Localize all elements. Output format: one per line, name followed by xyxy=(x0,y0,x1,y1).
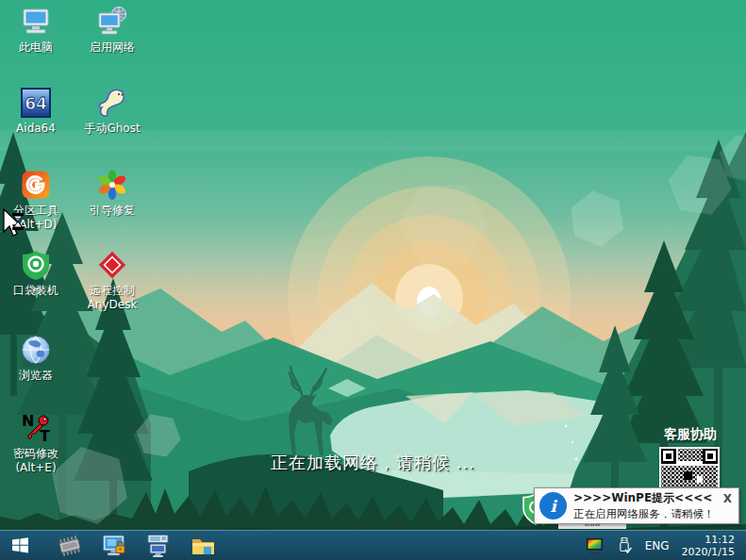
start-button[interactable] xyxy=(0,531,40,560)
support-qr-code xyxy=(659,447,720,488)
taskbar-file-explorer-button[interactable] xyxy=(189,532,217,560)
svg-text:N: N xyxy=(22,412,34,430)
svg-text:T: T xyxy=(40,427,50,444)
pinwheel-icon xyxy=(96,169,128,201)
folder-icon xyxy=(191,535,216,557)
monitor-lock-icon xyxy=(102,534,127,558)
taskbar-input-tool-button[interactable] xyxy=(144,532,173,560)
winpe-desktop: 此电脑 启用网络 64 Aida64 手动Ghost 分区工具 (Alt+D) … xyxy=(0,0,746,560)
icon-label: 手动Ghost xyxy=(84,122,140,136)
nt-password-key-icon: NT xyxy=(20,412,52,444)
desktop-icon-partition-tool[interactable]: 分区工具 (Alt+D) xyxy=(0,169,72,232)
icon-label-2: AnyDesk xyxy=(88,298,138,312)
usb-eject-icon xyxy=(617,536,633,555)
memory-chip-icon xyxy=(57,535,83,557)
windows-logo-icon xyxy=(11,536,29,554)
svg-text:64: 64 xyxy=(25,94,47,113)
tray-time: 11:12 xyxy=(682,534,735,546)
icon-label-2: (Alt+D) xyxy=(15,218,58,232)
monitor-keyboard-icon xyxy=(146,534,172,558)
taskbar-ramdisk-button[interactable] xyxy=(56,532,84,560)
tray-display-settings[interactable] xyxy=(586,537,605,554)
desktop-icon-boot-repair[interactable]: 引导修复 xyxy=(76,169,148,218)
desktop-icon-pocket-install[interactable]: 口袋装机 xyxy=(0,249,72,298)
desktop-icon-aida64[interactable]: 64 Aida64 xyxy=(0,87,72,136)
info-icon: i xyxy=(539,492,567,519)
tray-clock[interactable]: 11:12 2020/1/15 xyxy=(682,534,735,558)
taskbar-display-tool-button[interactable] xyxy=(100,532,128,560)
winpe-notification-popup: i >>>>WinPE提示<<<< X 正在启用网络服务，请稍候！ xyxy=(534,487,739,524)
tray-safely-remove-hardware[interactable] xyxy=(617,536,633,555)
aida64-icon: 64 xyxy=(20,87,52,119)
icon-label: 引导修复 xyxy=(90,204,135,218)
display-color-icon xyxy=(586,537,605,554)
icon-label: 分区工具 xyxy=(13,204,58,218)
desktop-icon-manual-ghost[interactable]: 手动Ghost xyxy=(76,87,148,136)
popup-close-button[interactable]: X xyxy=(723,492,732,505)
diskgenius-icon xyxy=(20,169,52,201)
support-label: 客服协助 xyxy=(653,426,728,443)
popup-title: >>>>WinPE提示<<<< xyxy=(573,490,723,506)
loading-status-text: 正在加载网络，请稍候 ... xyxy=(0,452,746,474)
icon-label: 启用网络 xyxy=(90,41,135,55)
taskbar: ENG 11:12 2020/1/15 xyxy=(0,530,746,560)
popup-message: 正在启用网络服务，请稍候！ xyxy=(573,507,738,521)
tray-date: 2020/1/15 xyxy=(682,546,735,558)
globe-icon xyxy=(20,334,52,366)
system-tray: ENG 11:12 2020/1/15 xyxy=(586,534,746,558)
icon-label: 浏览器 xyxy=(19,369,53,383)
anydesk-icon xyxy=(96,249,128,281)
icon-label: Aida64 xyxy=(16,122,56,136)
shield-icon xyxy=(20,249,52,281)
tray-language-indicator[interactable]: ENG xyxy=(645,539,670,552)
icon-label: 远程控制 xyxy=(90,284,135,298)
desktop-icon-this-pc[interactable]: 此电脑 xyxy=(0,6,72,55)
ghost-icon xyxy=(96,87,128,119)
desktop-icon-remote-anydesk[interactable]: 远程控制 AnyDesk xyxy=(76,249,148,312)
icon-label: 口袋装机 xyxy=(13,284,58,298)
this-pc-icon xyxy=(20,6,52,38)
icon-label: 此电脑 xyxy=(19,41,53,55)
desktop-icon-enable-network[interactable]: 启用网络 xyxy=(76,6,148,55)
enable-network-icon xyxy=(96,6,128,38)
desktop-icon-browser[interactable]: 浏览器 xyxy=(0,334,72,383)
